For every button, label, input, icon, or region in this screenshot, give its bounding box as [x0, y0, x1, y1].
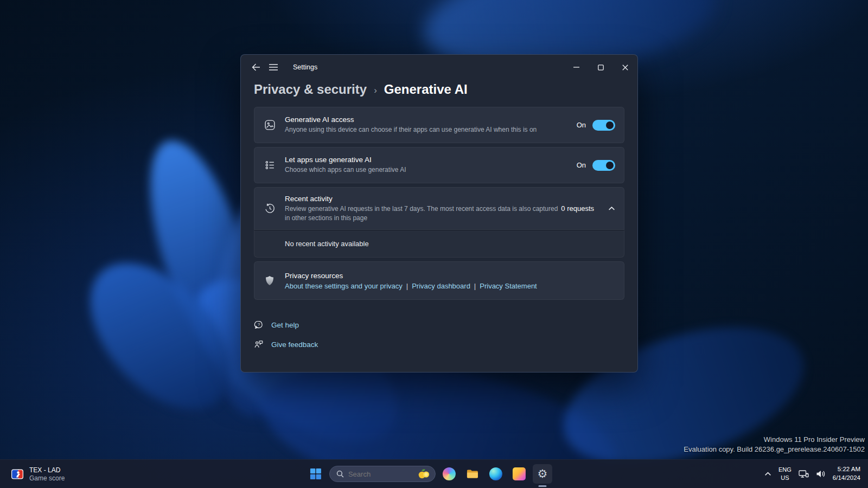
- start-button[interactable]: [306, 464, 326, 484]
- region-code: US: [778, 474, 792, 481]
- history-icon: [262, 203, 277, 214]
- window-title: Settings: [293, 63, 317, 71]
- file-explorer-button[interactable]: [463, 464, 482, 484]
- close-button[interactable]: [613, 55, 637, 80]
- app-list-icon: [262, 159, 277, 171]
- tray-chevron-up-icon[interactable]: [764, 472, 771, 477]
- back-button[interactable]: [247, 59, 265, 75]
- link-about-settings-privacy[interactable]: About these settings and your privacy: [285, 282, 403, 290]
- link-privacy-dashboard[interactable]: Privacy dashboard: [412, 282, 470, 290]
- page-title: Generative AI: [384, 82, 468, 97]
- breadcrumb: Privacy & security › Generative AI: [241, 80, 637, 106]
- empty-state-text: No recent activity available: [285, 240, 369, 248]
- copilot-button[interactable]: [439, 464, 459, 484]
- link-privacy-statement[interactable]: Privacy Statement: [480, 282, 537, 290]
- widget-subtitle: Game score: [29, 474, 65, 482]
- system-tray: ENG US 5:22 AM 6/14/2024: [764, 465, 860, 482]
- maximize-button[interactable]: [589, 55, 613, 80]
- chevron-up-icon[interactable]: [608, 206, 615, 211]
- time-value: 5:22 AM: [833, 465, 860, 474]
- file-explorer-icon: [466, 467, 479, 480]
- photos-app-icon: [513, 467, 526, 480]
- minimize-button[interactable]: [564, 55, 589, 80]
- mlb-logo-icon: [11, 467, 24, 480]
- widget-headline: TEX - LAD: [29, 466, 65, 474]
- clock[interactable]: 5:22 AM 6/14/2024: [833, 465, 860, 482]
- get-help-row[interactable]: ? Get help: [254, 320, 624, 330]
- let-apps-toggle[interactable]: [592, 160, 615, 171]
- setting-title: Recent activity: [285, 195, 561, 203]
- watermark-line1: Windows 11 Pro Insider Preview: [684, 435, 865, 445]
- taskbar-search-box[interactable]: [329, 466, 436, 482]
- back-arrow-icon: [252, 63, 260, 71]
- speaker-icon[interactable]: [816, 470, 826, 478]
- hamburger-icon: [269, 64, 278, 70]
- generative-ai-access-toggle[interactable]: [592, 120, 615, 131]
- toggle-state-label: On: [577, 161, 586, 169]
- settings-app-button[interactable]: ⚙: [533, 464, 552, 484]
- photos-app-button[interactable]: [509, 464, 529, 484]
- help-footer: ? Get help Give feedback: [241, 304, 637, 349]
- help-chat-icon: ?: [254, 320, 264, 330]
- setting-title: Let apps use generative AI: [285, 156, 577, 164]
- network-icon[interactable]: [799, 470, 809, 478]
- taskbar: TEX - LAD Game score ⚙: [0, 459, 868, 488]
- give-feedback-row[interactable]: Give feedback: [254, 339, 624, 349]
- windows-logo-icon: [310, 468, 322, 480]
- link-separator: |: [474, 282, 476, 290]
- edge-icon: [489, 467, 502, 480]
- minimize-icon: [573, 67, 579, 68]
- recent-activity-empty-row: No recent activity available: [254, 230, 624, 258]
- search-input[interactable]: [348, 470, 412, 478]
- search-highlight-lemons-icon: [417, 468, 431, 480]
- language-code: ENG: [778, 466, 792, 474]
- maximize-icon: [598, 65, 604, 70]
- toggle-state-label: On: [577, 121, 586, 129]
- settings-window: Settings Privacy & security › Generative…: [240, 54, 638, 373]
- setting-title: Generative AI access: [285, 115, 577, 124]
- requests-count: 0 requests: [561, 204, 594, 213]
- date-value: 6/14/2024: [833, 474, 860, 483]
- card-privacy-resources: Privacy resources About these settings a…: [254, 261, 624, 300]
- taskbar-center-icons: ⚙: [306, 464, 552, 484]
- navigation-menu-button[interactable]: [265, 59, 282, 75]
- give-feedback-link[interactable]: Give feedback: [271, 341, 318, 349]
- card-recent-activity[interactable]: Recent activity Review generative AI req…: [254, 187, 624, 230]
- setting-description: Review generative AI requests in the las…: [285, 204, 561, 223]
- window-controls: [564, 55, 637, 80]
- setting-description: Anyone using this device can choose if t…: [285, 125, 563, 134]
- copilot-icon: [443, 467, 456, 480]
- card-generative-ai-access: Generative AI access Anyone using this d…: [254, 107, 624, 143]
- insider-watermark: Windows 11 Pro Insider Preview Evaluatio…: [684, 435, 865, 454]
- breadcrumb-separator: ›: [374, 85, 377, 96]
- recent-activity-group: Recent activity Review generative AI req…: [254, 187, 624, 258]
- edge-button[interactable]: [486, 464, 506, 484]
- card-let-apps-use-generative-ai: Let apps use generative AI Choose which …: [254, 147, 624, 183]
- setting-title: Privacy resources: [285, 272, 615, 280]
- search-icon: [336, 470, 344, 478]
- feedback-person-icon: [254, 339, 264, 349]
- active-app-indicator: [538, 485, 546, 487]
- svg-text:?: ?: [258, 322, 260, 327]
- setting-description: Choose which apps can use generative AI: [285, 165, 563, 175]
- get-help-link[interactable]: Get help: [271, 321, 299, 329]
- settings-card-list: Generative AI access Anyone using this d…: [241, 106, 637, 300]
- image-sparkle-icon: [262, 119, 277, 131]
- breadcrumb-parent[interactable]: Privacy & security: [254, 82, 367, 97]
- shield-icon: [262, 275, 277, 286]
- close-icon: [622, 65, 628, 70]
- language-indicator[interactable]: ENG US: [778, 466, 792, 482]
- settings-gear-icon: ⚙: [537, 468, 547, 480]
- privacy-links: About these settings and your privacy|Pr…: [285, 282, 615, 290]
- link-separator: |: [406, 282, 408, 290]
- widgets-button[interactable]: TEX - LAD Game score: [7, 464, 69, 484]
- watermark-line2: Evaluation copy. Build 26236.ge_prerelea…: [684, 445, 865, 454]
- titlebar: Settings: [241, 55, 637, 80]
